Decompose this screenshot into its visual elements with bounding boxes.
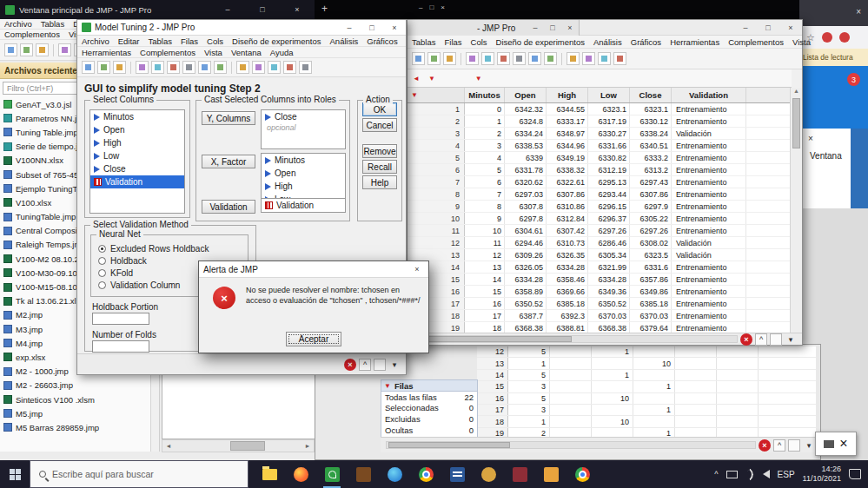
display-icon[interactable]	[726, 471, 738, 478]
recall-button[interactable]: Recall	[362, 160, 397, 174]
filter-icon[interactable]	[613, 52, 626, 65]
radio-validation-column[interactable]: Validation Column	[98, 280, 209, 291]
column-item-open[interactable]: Open	[90, 123, 184, 136]
copy-icon[interactable]	[151, 61, 164, 74]
minimize-icon[interactable]: –	[210, 0, 245, 19]
rows-stat-ocultas[interactable]: Ocultas0	[381, 425, 477, 436]
scroll-right-icon[interactable]: ►	[301, 443, 314, 449]
menu-item-disen-o-de-experimentos[interactable]: Diseño de experimentos	[492, 36, 589, 48]
columns-panel-menu-icon[interactable]: ▼	[428, 75, 435, 82]
help-button[interactable]: Help	[362, 175, 397, 189]
table-row[interactable]: 986307.86310.866296.156297.9Entrenamient…	[407, 201, 792, 213]
recent-file-item[interactable]: Sinteticos V100 .xlsm	[0, 392, 151, 406]
menu-item-filas[interactable]: Filas	[176, 36, 202, 47]
menu-item-ana-lisis[interactable]: Análisis	[326, 36, 363, 47]
lasso-tool-icon[interactable]	[283, 61, 296, 74]
table-row[interactable]: 5463396349.196330.826333.2Entrenamiento	[407, 152, 792, 164]
menu-item-disen-o-de-experimentos[interactable]: Diseño de experimentos	[228, 36, 325, 47]
scrollbar-thumb[interactable]	[230, 441, 265, 451]
taskbar-edge[interactable]	[379, 460, 410, 488]
table-row[interactable]: 216324.86333.176317.196330.12Entrenamien…	[407, 115, 792, 128]
save-icon[interactable]	[443, 52, 456, 65]
menu-item-ayuda[interactable]: Ayuda	[266, 47, 298, 58]
profile-icon[interactable]	[839, 32, 850, 43]
column-header-validation[interactable]: Validation	[672, 88, 746, 102]
close-icon[interactable]: ×	[383, 20, 406, 35]
y-columns-button[interactable]: Y, Columns	[202, 111, 255, 125]
language-indicator[interactable]: ESP	[778, 470, 795, 479]
menu-item-gra-ficos[interactable]: Gráficos	[626, 36, 666, 48]
table-row[interactable]: 16510	[477, 393, 816, 405]
new-script-icon[interactable]	[82, 61, 95, 74]
rows-stat-excluidas[interactable]: Excluidas0	[381, 413, 477, 425]
taskbar-app-4[interactable]	[348, 460, 379, 488]
table-row[interactable]: 14136326.056334.286321.996331.6Entrenami…	[407, 261, 792, 274]
start-button[interactable]	[0, 460, 30, 488]
dropdown-icon[interactable]: ▾	[785, 333, 797, 346]
table-row[interactable]: 1451	[477, 370, 816, 381]
taskbar-chrome-profile[interactable]	[567, 460, 598, 488]
x-factor-button[interactable]: X, Factor	[202, 155, 255, 168]
taskbar-app-10[interactable]	[535, 460, 567, 488]
column-item-open[interactable]: Open	[262, 167, 345, 180]
menu-item-cols[interactable]: Cols	[202, 36, 228, 47]
new-tab-plus-icon[interactable]: +	[321, 3, 328, 15]
taskbar-app-8[interactable]	[473, 460, 504, 488]
menu-item-archivo[interactable]: Archivo	[77, 36, 114, 47]
hand-tool-icon[interactable]	[252, 61, 265, 74]
table-row[interactable]: 436338.536344.966331.666340.51Entrenamie…	[407, 140, 792, 152]
recent-file-item[interactable]: M5.jmp	[0, 406, 151, 420]
column-item-validation[interactable]: Validation	[262, 199, 345, 212]
close-icon[interactable]: ×	[856, 7, 861, 16]
rows-stat-todas-las-filas[interactable]: Todas las filas22	[381, 392, 477, 403]
brush-tool-icon[interactable]	[268, 61, 281, 74]
holdback-portion-input[interactable]	[92, 313, 149, 325]
column-header-close[interactable]: Close	[630, 88, 672, 102]
table-row[interactable]: 766320.626322.616295.136297.43Entrenamie…	[407, 176, 792, 188]
table-row[interactable]: 1096297.86312.846296.376305.22Entrenamie…	[407, 213, 792, 225]
radio-kfold[interactable]: KFold	[98, 267, 209, 279]
column-item-validation[interactable]: Validation	[90, 175, 184, 188]
scrollbar-thumb[interactable]	[415, 336, 572, 342]
scroll-left-icon[interactable]: ◄	[162, 443, 175, 449]
validation-role-button[interactable]: Validation	[202, 200, 255, 214]
dropdown-icon[interactable]: ▾	[388, 359, 401, 371]
maximize-icon[interactable]: □	[361, 20, 383, 35]
taskbar-access[interactable]	[504, 460, 535, 488]
close-icon[interactable]: ×	[779, 20, 802, 35]
menu-item-tablas[interactable]: Tablas	[144, 36, 176, 47]
window-mode-icon[interactable]	[770, 333, 782, 346]
table-row[interactable]: 1531	[477, 381, 816, 392]
menu-item-vista[interactable]: Vista	[788, 36, 815, 48]
column-item-high[interactable]: High	[90, 136, 184, 149]
close-icon[interactable]: ×	[441, 3, 445, 11]
menu-item-tablas[interactable]: Tablas	[407, 36, 440, 48]
menu-item-complementos[interactable]: Complementos	[724, 36, 788, 48]
save-icon[interactable]	[113, 61, 126, 74]
copy-icon[interactable]	[481, 52, 494, 65]
taskbar-word[interactable]	[441, 460, 473, 488]
reading-list-bar[interactable]: Lista de lectura	[799, 49, 868, 66]
table-row[interactable]: 12116294.466310.736286.466308.02Validaci…	[407, 237, 792, 249]
clock[interactable]: 14:26 11/10/2021	[803, 465, 841, 485]
maximize-icon[interactable]: □	[544, 20, 561, 36]
horizontal-scrollbar[interactable]	[386, 441, 756, 449]
excel-export-icon[interactable]	[528, 52, 541, 65]
scroll-up-icon[interactable]: ^	[359, 359, 371, 371]
zoom-tool-icon[interactable]	[299, 61, 312, 74]
notification-badge[interactable]: 3	[847, 73, 860, 86]
taskbar-file-explorer[interactable]	[254, 460, 285, 488]
table-row[interactable]: 16156358.896369.666349.366349.86Entrenam…	[407, 286, 792, 298]
cancel-button[interactable]: Cancel	[362, 118, 397, 132]
column-header-low[interactable]: Low	[588, 88, 630, 102]
table-row[interactable]: 876297.036307.866293.446307.86Entrenamie…	[407, 188, 792, 201]
table-corner-cell[interactable]: ▼	[407, 88, 465, 102]
table-row[interactable]: 11106304.616307.426297.266297.26Entrenam…	[407, 225, 792, 237]
vertical-scrollbar[interactable]: ▲	[790, 88, 802, 334]
minimize-icon[interactable]: –	[527, 20, 544, 36]
radio-holdback[interactable]: Holdback	[98, 255, 209, 267]
taskbar-chrome[interactable]	[410, 460, 441, 488]
close-icon[interactable]: ×	[839, 436, 847, 452]
print-icon[interactable]	[136, 61, 149, 74]
number-of-folds-input[interactable]	[92, 340, 149, 353]
